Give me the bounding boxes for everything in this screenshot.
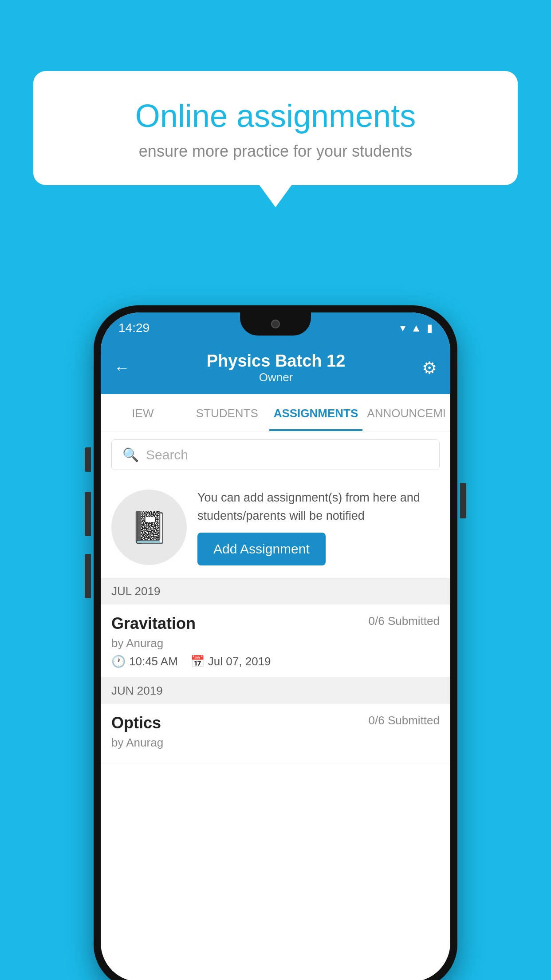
notebook-icon: 📓 xyxy=(130,509,169,545)
month-header-jul: JUL 2019 xyxy=(101,578,450,605)
volume-up-button xyxy=(85,492,91,536)
camera xyxy=(271,320,280,328)
battery-icon: ▮ xyxy=(427,322,433,334)
wifi-icon: ▾ xyxy=(400,322,405,334)
assignment-name-gravitation: Gravitation xyxy=(111,614,196,633)
gravitation-date: Jul 07, 2019 xyxy=(208,655,271,668)
back-button[interactable]: ← xyxy=(114,359,130,377)
assignment-top: Gravitation 0/6 Submitted xyxy=(111,614,440,633)
month-header-jun: JUN 2019 xyxy=(101,678,450,704)
tab-iew[interactable]: IEW xyxy=(101,394,185,431)
assignment-name-optics: Optics xyxy=(111,714,161,732)
search-input-wrap[interactable]: 🔍 Search xyxy=(111,439,440,470)
phone-screen: 14:29 ▾ ▲ ▮ ← Physics Batch 12 Owner ⚙ I… xyxy=(101,312,450,980)
promo-card: Online assignments ensure more practice … xyxy=(33,71,518,185)
gravitation-author: by Anurag xyxy=(111,636,440,650)
status-icons: ▾ ▲ ▮ xyxy=(400,322,433,334)
promo-icon-circle: 📓 xyxy=(111,490,187,565)
assignment-optics[interactable]: Optics 0/6 Submitted by Anurag xyxy=(101,704,450,763)
app-header: ← Physics Batch 12 Owner ⚙ xyxy=(101,344,450,394)
clock-icon: 🕐 xyxy=(111,655,126,668)
phone-frame: 14:29 ▾ ▲ ▮ ← Physics Batch 12 Owner ⚙ I… xyxy=(94,305,457,980)
settings-icon[interactable]: ⚙ xyxy=(422,358,437,378)
search-placeholder: Search xyxy=(146,447,188,462)
search-icon: 🔍 xyxy=(122,447,139,462)
optics-author: by Anurag xyxy=(111,736,440,750)
header-center: Physics Batch 12 Owner xyxy=(207,352,346,384)
promo-section: 📓 You can add assignment(s) from here an… xyxy=(101,478,450,578)
tab-students[interactable]: STUDENTS xyxy=(185,394,269,431)
power-button xyxy=(460,483,466,518)
batch-title: Physics Batch 12 xyxy=(207,352,346,371)
gravitation-time-item: 🕐 10:45 AM xyxy=(111,655,178,668)
gravitation-time: 10:45 AM xyxy=(129,655,178,668)
mute-button xyxy=(85,447,91,472)
bubble-title: Online assignments xyxy=(64,98,487,134)
gravitation-meta: 🕐 10:45 AM 📅 Jul 07, 2019 xyxy=(111,655,440,668)
volume-down-button xyxy=(85,554,91,598)
bubble-subtitle: ensure more practice for your students xyxy=(64,142,487,161)
gravitation-submitted: 0/6 Submitted xyxy=(369,614,440,628)
promo-content: You can add assignment(s) from here and … xyxy=(197,489,440,565)
tab-assignments[interactable]: ASSIGNMENTS xyxy=(269,394,363,431)
status-time: 14:29 xyxy=(118,321,150,335)
add-assignment-button[interactable]: Add Assignment xyxy=(197,533,326,565)
notch xyxy=(240,312,311,336)
promo-description: You can add assignment(s) from here and … xyxy=(197,489,440,525)
optics-submitted: 0/6 Submitted xyxy=(369,714,440,727)
status-bar: 14:29 ▾ ▲ ▮ xyxy=(101,312,450,344)
speech-bubble: Online assignments ensure more practice … xyxy=(33,71,518,185)
calendar-icon: 📅 xyxy=(190,655,205,668)
optics-top: Optics 0/6 Submitted xyxy=(111,714,440,732)
gravitation-date-item: 📅 Jul 07, 2019 xyxy=(190,655,271,668)
owner-label: Owner xyxy=(207,371,346,384)
assignment-gravitation[interactable]: Gravitation 0/6 Submitted by Anurag 🕐 10… xyxy=(101,605,450,678)
tab-bar: IEW STUDENTS ASSIGNMENTS ANNOUNCEMI xyxy=(101,394,450,431)
search-bar-container: 🔍 Search xyxy=(101,431,450,478)
signal-icon: ▲ xyxy=(411,322,421,334)
tab-announcements[interactable]: ANNOUNCEMI xyxy=(362,394,450,431)
